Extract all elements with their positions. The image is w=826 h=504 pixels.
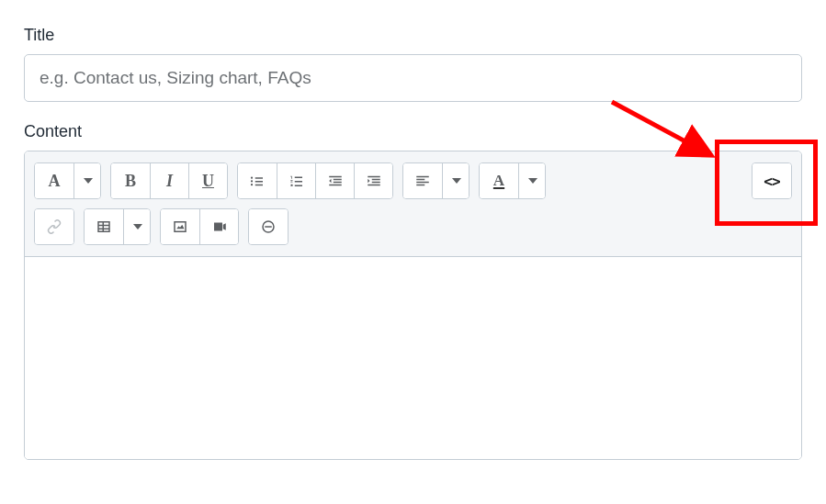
content-field: Content A B I U [24, 122, 802, 460]
editor-container: A B I U [24, 151, 802, 460]
toolbar-row-2 [34, 208, 792, 245]
align-button[interactable] [403, 163, 442, 198]
bold-button[interactable]: B [111, 163, 150, 198]
text-color-icon: A [493, 172, 504, 190]
indent-button[interactable] [354, 163, 392, 198]
underline-icon: U [202, 172, 214, 191]
table-dropdown[interactable] [123, 209, 150, 244]
indent-icon [366, 173, 382, 189]
list-group [237, 162, 393, 199]
media-group [160, 208, 239, 245]
title-label: Title [24, 26, 802, 45]
align-dropdown[interactable] [442, 163, 469, 198]
content-label: Content [24, 122, 802, 141]
caret-down-icon [84, 178, 93, 184]
show-html-button[interactable]: <> [752, 163, 791, 198]
italic-button[interactable]: I [150, 163, 188, 198]
video-button[interactable] [199, 209, 238, 244]
editor-toolbar: A B I U [25, 151, 801, 257]
bullet-list-icon [249, 173, 266, 189]
text-color-dropdown[interactable] [518, 163, 545, 198]
caret-down-icon [452, 178, 461, 184]
title-field: Title [24, 26, 802, 102]
clear-group [248, 208, 289, 245]
code-icon: <> [764, 173, 779, 190]
align-left-icon [414, 173, 431, 189]
text-style-group: B I U [110, 162, 228, 199]
caret-down-icon [528, 178, 537, 184]
link-icon [46, 218, 62, 235]
bold-icon: B [125, 172, 136, 191]
html-button-wrapper: <> [752, 162, 792, 199]
link-group [34, 208, 74, 245]
editor-textarea[interactable] [25, 257, 801, 459]
outdent-button[interactable] [315, 163, 354, 198]
image-icon [172, 218, 188, 235]
clear-format-icon [260, 218, 277, 235]
numbered-list-button[interactable] [277, 163, 315, 198]
video-icon [211, 218, 228, 235]
paragraph-format-button[interactable]: A [35, 163, 74, 198]
align-group [402, 162, 470, 199]
format-group: A [34, 162, 101, 199]
table-button[interactable] [85, 209, 123, 244]
paragraph-format-dropdown[interactable] [74, 163, 100, 198]
underline-button[interactable]: U [188, 163, 227, 198]
caret-down-icon [133, 224, 142, 230]
text-color-button[interactable]: A [480, 163, 518, 198]
numbered-list-icon [289, 173, 305, 189]
html-group: <> [752, 162, 792, 199]
table-icon [96, 218, 112, 235]
title-input[interactable] [24, 54, 802, 102]
outdent-icon [327, 173, 344, 189]
link-button[interactable] [35, 209, 74, 244]
italic-icon: I [166, 172, 173, 191]
bullet-list-button[interactable] [238, 163, 277, 198]
clear-format-button[interactable] [249, 209, 288, 244]
image-button[interactable] [161, 209, 199, 244]
table-group [84, 208, 151, 245]
paragraph-icon: A [49, 172, 61, 191]
color-group: A [479, 162, 546, 199]
